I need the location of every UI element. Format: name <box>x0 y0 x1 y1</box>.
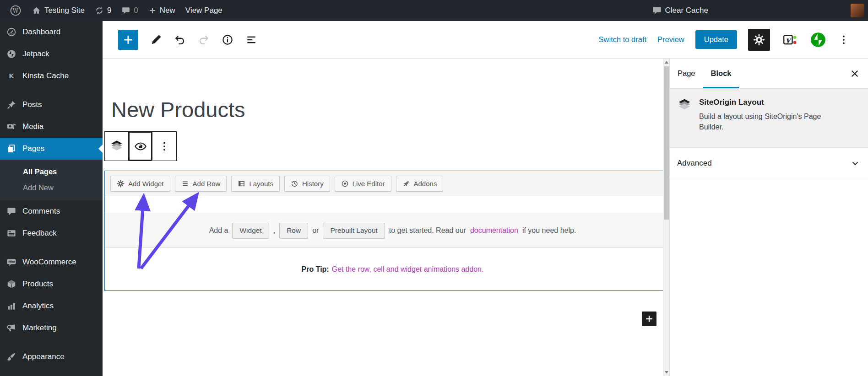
new-content-menu[interactable]: New <box>143 0 180 21</box>
sidebar-item-woocommerce[interactable]: WooCommerce <box>0 251 103 273</box>
scroll-up-arrow-icon[interactable] <box>665 61 668 64</box>
sidebar-item-media[interactable]: Media <box>0 116 103 138</box>
site-name-label: Testing Site <box>44 6 85 15</box>
plus-icon <box>148 6 157 15</box>
sidebar-label: Analytics <box>22 301 54 311</box>
block-append-button[interactable] <box>642 312 656 326</box>
editor-canvas: New Products Add Widget Add Row <box>103 59 663 376</box>
layouts-button[interactable]: Layouts <box>231 176 280 192</box>
cache-bubble-icon <box>652 5 662 16</box>
more-options-icon <box>158 140 170 152</box>
siteorigin-layers-icon <box>677 98 692 113</box>
yoast-seo-button[interactable] <box>781 33 798 47</box>
tab-block[interactable]: Block <box>703 59 739 88</box>
row-inline-button[interactable]: Row <box>279 223 308 238</box>
sidebar-tabs: Page Block <box>670 59 868 89</box>
sidebar-item-pages[interactable]: Pages <box>0 138 103 160</box>
wordpress-logo-icon <box>10 5 22 16</box>
add-widget-button[interactable]: Add Widget <box>110 176 170 192</box>
woocommerce-icon <box>6 257 16 267</box>
preview-toggle-button[interactable] <box>129 132 152 161</box>
addons-button[interactable]: Addons <box>396 176 444 192</box>
advanced-panel-toggle[interactable]: Advanced <box>670 148 868 179</box>
prebuilt-layout-inline-button[interactable]: Prebuilt Layout <box>323 223 385 238</box>
animations-addon-link[interactable]: Get the row, cell and widget animations … <box>332 265 484 274</box>
wordpress-logo-menu[interactable] <box>5 0 27 21</box>
comments-menu[interactable]: 0 <box>116 0 143 21</box>
settings-button[interactable] <box>748 29 770 51</box>
pages-submenu: All Pages Add New <box>0 160 103 200</box>
switch-to-draft-button[interactable]: Switch to draft <box>599 35 647 44</box>
live-editor-button[interactable]: Live Editor <box>335 176 391 192</box>
advanced-label: Advanced <box>677 159 712 168</box>
paintbrush-icon <box>6 352 16 362</box>
options-menu-button[interactable] <box>838 34 850 46</box>
sidebar-label: Products <box>22 279 53 289</box>
scrollbar-thumb[interactable] <box>664 66 669 220</box>
sidebar-item-analytics[interactable]: Analytics <box>0 295 103 317</box>
undo-button[interactable] <box>174 34 186 46</box>
redo-icon <box>198 34 210 46</box>
block-type-button[interactable] <box>105 132 129 161</box>
more-options-icon <box>838 34 850 46</box>
sidebar-item-jetpack[interactable]: Jetpack <box>0 43 103 65</box>
button-label: Add Row <box>193 180 221 188</box>
sidebar-item-marketing[interactable]: Marketing <box>0 317 103 339</box>
yoast-icon <box>781 33 798 47</box>
sidebar-item-posts[interactable]: Posts <box>0 94 103 116</box>
updates-count: 9 <box>107 6 111 15</box>
list-view-button[interactable] <box>245 34 257 46</box>
sidebar-item-comments[interactable]: Comments <box>0 200 103 222</box>
scroll-down-arrow-icon[interactable] <box>665 371 668 374</box>
documentation-link[interactable]: documentation <box>470 226 518 235</box>
add-block-button[interactable] <box>118 30 138 50</box>
block-card-title: SiteOrigin Layout <box>699 98 836 107</box>
add-row-button[interactable]: Add Row <box>175 176 227 192</box>
redo-button[interactable] <box>198 34 210 46</box>
sidebar-label: WooCommerce <box>22 258 76 267</box>
update-button[interactable]: Update <box>695 30 737 49</box>
widget-inline-button[interactable]: Widget <box>232 223 269 238</box>
builder-welcome-message: Add a Widget , Row or Prebuilt Layout to… <box>105 213 680 248</box>
clear-cache-label: Clear Cache <box>665 6 709 15</box>
sidebar-label: Dashboard <box>22 27 60 37</box>
sidebar-item-dashboard[interactable]: Dashboard <box>0 21 103 43</box>
welcome-text: or <box>312 226 319 235</box>
builder-toolbar: Add Widget Add Row Layouts History Live … <box>105 171 680 196</box>
details-button[interactable] <box>222 34 233 46</box>
preview-button[interactable]: Preview <box>657 35 684 44</box>
tab-page[interactable]: Page <box>670 59 703 88</box>
user-avatar[interactable] <box>851 4 864 17</box>
sidebar-item-appearance[interactable]: Appearance <box>0 346 103 368</box>
editor-toolbar-right: Switch to draft Preview Update <box>599 29 868 51</box>
sidebar-item-feedback[interactable]: Feedback <box>0 222 103 244</box>
list-view-icon <box>245 34 257 46</box>
welcome-text: if you need help. <box>522 226 576 235</box>
submenu-item-add-new[interactable]: Add New <box>0 180 103 196</box>
builder-empty-row-area <box>105 196 680 213</box>
admin-bar-left: Testing Site 9 0 New View Page <box>0 0 228 21</box>
submenu-item-all-pages[interactable]: All Pages <box>0 164 103 180</box>
close-sidebar-button[interactable] <box>849 68 861 80</box>
siteorigin-builder-panel: Add Widget Add Row Layouts History Live … <box>104 171 681 291</box>
jetpack-icon <box>6 49 16 59</box>
info-icon <box>222 34 233 46</box>
view-page-menu[interactable]: View Page <box>180 0 228 21</box>
block-options-button[interactable] <box>152 132 176 161</box>
sidebar-item-products[interactable]: Products <box>0 273 103 295</box>
history-button[interactable]: History <box>284 176 330 192</box>
update-icon <box>95 6 104 15</box>
edit-pencil-icon <box>150 34 162 46</box>
welcome-text: Add a <box>209 226 228 235</box>
updates-menu[interactable]: 9 <box>90 0 116 21</box>
vertical-scrollbar[interactable] <box>663 59 669 376</box>
page-title[interactable]: New Products <box>111 97 245 122</box>
new-label: New <box>160 6 175 15</box>
sidebar-label: Feedback <box>22 229 57 238</box>
sidebar-item-kinsta-cache[interactable]: Kinsta Cache <box>0 65 103 87</box>
site-name-menu[interactable]: Testing Site <box>27 0 90 21</box>
jetpack-button[interactable] <box>809 31 827 48</box>
clear-cache-menu[interactable]: Clear Cache <box>647 0 714 21</box>
edit-mode-button[interactable] <box>150 34 162 46</box>
sidebar-label: Kinsta Cache <box>22 71 69 81</box>
